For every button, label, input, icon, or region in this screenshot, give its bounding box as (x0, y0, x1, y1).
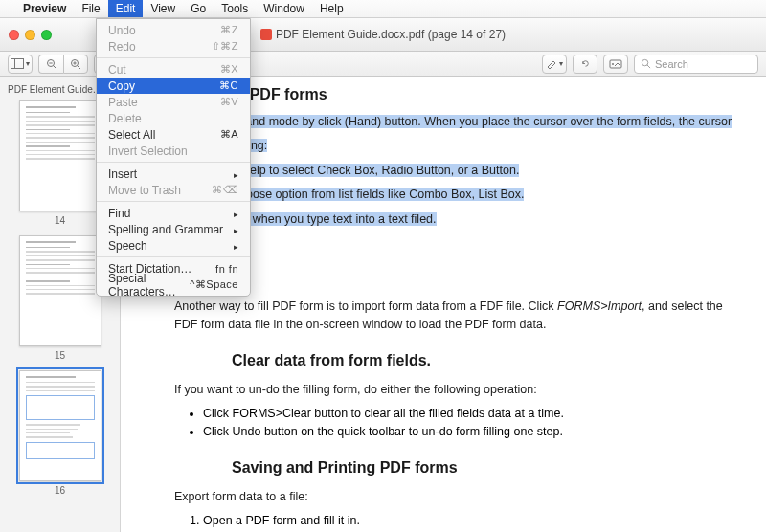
menu-help[interactable]: Help (312, 0, 351, 17)
system-menubar: Preview File Edit View Go Tools Window H… (0, 0, 766, 18)
svg-line-3 (53, 65, 56, 69)
highlight-button[interactable]: ▾ (542, 55, 567, 74)
menu-separator (97, 201, 250, 202)
menu-item-select-all[interactable]: Select All⌘A (97, 126, 250, 143)
search-placeholder: Search (655, 58, 688, 70)
svg-line-14 (647, 65, 650, 68)
menu-item-find[interactable]: Find (97, 205, 250, 221)
close-window-button[interactable] (9, 30, 19, 40)
svg-point-12 (612, 63, 614, 65)
menu-item-special-characters[interactable]: Special Characters…^⌘Space (97, 277, 250, 293)
selected-text-line: . This will help when you type text into… (174, 211, 743, 229)
menu-separator (97, 162, 250, 163)
list-item: Click Undo button on the quick toolbar t… (203, 423, 743, 441)
menu-separator (97, 256, 250, 257)
heading-clear-data: Clear data from form fields. (232, 352, 743, 369)
menu-item-delete: Delete (97, 110, 250, 126)
menu-item-paste: Paste⌘V (97, 94, 250, 110)
menu-item-redo: Redo⇧⌘Z (97, 38, 250, 55)
clear-bullet-list: Click FORMS>Clear button to clear all th… (174, 405, 743, 442)
list-item: Click FORMS>Clear button to clear all th… (203, 405, 743, 423)
thumbnail-page-16[interactable]: 16 (0, 370, 120, 496)
menu-item-cut: Cut⌘X (97, 61, 250, 78)
minimize-window-button[interactable] (25, 30, 35, 40)
selected-text-line: ger. This will help to select Check Box,… (174, 162, 743, 180)
menu-app[interactable]: Preview (15, 0, 74, 17)
search-input[interactable]: Search (634, 55, 758, 74)
heading-fill-forms: in PDF forms (232, 86, 743, 103)
svg-point-13 (642, 59, 647, 65)
menu-item-speech[interactable]: Speech (97, 237, 250, 254)
menu-item-undo: Undo⌘Z (97, 22, 250, 38)
markup-toolbar-button[interactable] (603, 55, 628, 74)
traffic-lights (0, 30, 52, 40)
menu-file[interactable]: File (74, 0, 107, 17)
menu-view[interactable]: View (143, 0, 183, 17)
zoom-group (38, 55, 88, 74)
selected-text-line: e of the following: (174, 137, 743, 155)
p-import-fdf: Another way to fill PDF form is to impor… (174, 298, 743, 335)
export-steps-list: Open a PDF form and fill it in.Click FOR… (174, 512, 743, 532)
p-clear-intro: If you want to un-do the filling form, d… (174, 381, 743, 399)
menu-go[interactable]: Go (183, 0, 214, 17)
search-icon (641, 58, 651, 69)
list-item: Open a PDF form and fill it in. (203, 512, 743, 530)
menu-item-insert[interactable]: Insert (97, 166, 250, 182)
menu-item-invert-selection: Invert Selection (97, 143, 250, 159)
zoom-in-button[interactable] (63, 55, 88, 74)
menu-tools[interactable]: Tools (214, 0, 256, 17)
sidebar-toggle-button[interactable]: ▾ (8, 55, 33, 74)
heading-saving-printing: Saving and Printing PDF forms (232, 459, 743, 477)
zoom-out-button[interactable] (38, 55, 63, 74)
menu-item-copy[interactable]: Copy⌘C (97, 78, 250, 94)
menu-item-move-to-trash: Move to Trash⌘⌫ (97, 182, 250, 198)
pdf-file-icon (260, 29, 272, 40)
edit-menu-dropdown: Undo⌘ZRedo⇧⌘ZCut⌘XCopy⌘CPaste⌘VDeleteSel… (96, 18, 251, 297)
menu-edit[interactable]: Edit (108, 0, 144, 17)
rotate-button[interactable] (573, 55, 597, 74)
thumbnail-page-number: 16 (0, 485, 120, 496)
p-export-intro: Export form data to a file: (174, 488, 743, 506)
menu-separator (97, 57, 250, 58)
selected-text-line: will help to choose option from list fie… (174, 186, 743, 204)
svg-rect-11 (610, 60, 621, 68)
svg-rect-0 (11, 59, 24, 69)
menu-item-spelling-and-grammar[interactable]: Spelling and Grammar (97, 221, 250, 237)
zoom-window-button[interactable] (41, 30, 52, 40)
menu-window[interactable]: Window (256, 0, 312, 17)
svg-line-6 (78, 65, 81, 69)
thumbnail-page-number: 15 (0, 350, 120, 361)
selected-text-line: , change to Hand mode by click (Hand) bu… (174, 113, 743, 131)
